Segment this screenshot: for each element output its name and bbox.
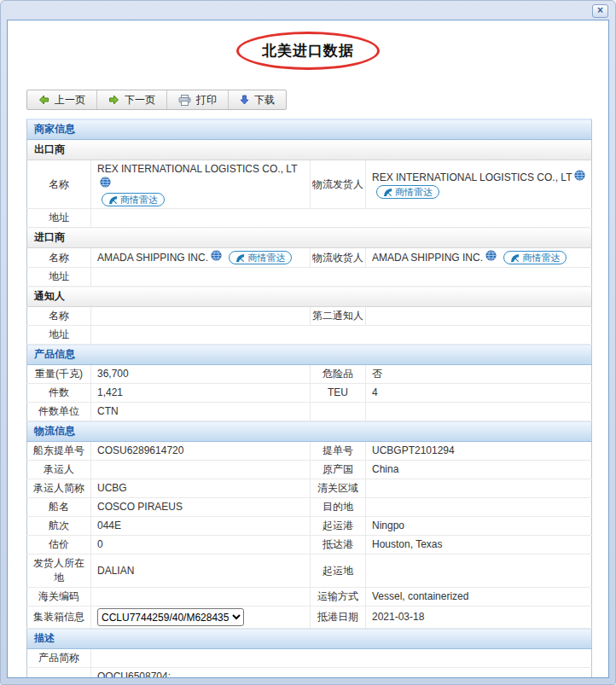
field-label: 危险品 — [311, 365, 366, 384]
field-label: 航次 — [27, 517, 91, 536]
exporter-name-cell: REX INTERNATIONAL LOGISTICS CO., LT 商情雷达 — [91, 160, 311, 209]
vessel-name-value: COSCO PIRAEUS — [91, 498, 311, 517]
table-row: 重量(千克) 36,700 危险品 否 — [27, 365, 592, 384]
field-label: 地址 — [27, 268, 91, 287]
field-label: 集装箱信息 — [27, 607, 91, 629]
field-label: 承运人 — [27, 461, 91, 479]
section-header-description: 描述 — [27, 629, 592, 649]
product-description-value: OOCU6508704: 001:KITCHEN WAREIMPORT WHIT… — [91, 668, 592, 678]
field-label: 清关区域 — [311, 479, 366, 498]
prev-arrow-icon — [38, 95, 49, 105]
importer-name: AMADA SHIPPING INC. — [97, 252, 208, 264]
subsection-notify: 通知人 — [27, 287, 592, 307]
field-label: 重量(千克) — [27, 365, 91, 384]
field-label: 物流收货人 — [311, 248, 366, 268]
table-row: 地址 — [27, 326, 592, 345]
table-row: 件数单位 CTN — [27, 403, 592, 421]
globe-icon[interactable] — [100, 178, 111, 190]
prev-page-label: 上一页 — [55, 93, 85, 107]
table-row: 地址 — [27, 209, 592, 228]
globe-icon[interactable] — [211, 252, 222, 264]
container-select[interactable]: CCLU7744259/40/M628435 — [97, 608, 244, 626]
section-header-logistics: 物流信息 — [27, 421, 592, 442]
radar-badge-label: 商情雷达 — [395, 185, 433, 200]
table-row: 船东提单号 COSU6289614720 提单号 UCBGPT2101294 — [27, 442, 592, 461]
table-row: 产品简称 — [27, 649, 592, 668]
importer-name-cell: AMADA SHIPPING INC. 商情雷达 — [91, 248, 311, 268]
table-row: 航次 044E 起运港 Ningpo — [27, 517, 592, 536]
table-row: 集装箱信息 CCLU7744259/40/M628435 抵港日期 2021-0… — [27, 607, 592, 629]
download-button[interactable]: 下载 — [229, 90, 286, 109]
field-label: 运输方式 — [311, 588, 366, 607]
field-label: 目的地 — [311, 498, 366, 517]
table-row: 名称 REX INTERNATIONAL LOGISTICS CO., LT 商… — [27, 160, 592, 209]
product-short-name-value — [91, 649, 592, 668]
next-page-button[interactable]: 下一页 — [97, 90, 167, 109]
arrival-port-value: Houston, Texas — [366, 536, 592, 554]
next-page-label: 下一页 — [125, 93, 155, 107]
field-label: 起运港 — [311, 517, 366, 536]
radar-badge-button[interactable]: 商情雷达 — [376, 185, 439, 199]
section-header-merchant: 商家信息 — [27, 119, 592, 140]
consignee-name: AMADA SHIPPING INC. — [372, 252, 483, 264]
second-notify-name — [366, 307, 592, 326]
field-label: 产品简称 — [27, 649, 91, 668]
shipper-name: REX INTERNATIONAL LOGISTICS CO., LT — [372, 171, 572, 183]
radar-badge-label: 商情雷达 — [522, 251, 560, 265]
origin-place-value — [366, 554, 592, 588]
field-label: 名称 — [27, 307, 91, 326]
field-label: 名称 — [27, 160, 91, 209]
field-label: 件数单位 — [27, 403, 91, 421]
download-arrow-icon — [240, 95, 249, 105]
field-label: TEU — [311, 384, 366, 403]
field-label: 原产国 — [311, 461, 366, 479]
radar-badge-button[interactable]: 商情雷达 — [229, 251, 292, 264]
radar-badge-button[interactable]: 商情雷达 — [102, 193, 165, 206]
transport-mode-value: Vessel, containerized — [366, 588, 592, 607]
table-row: 承运人简称 UCBG 清关区域 — [27, 479, 592, 498]
weight-value: 36,700 — [91, 365, 311, 384]
globe-icon[interactable] — [485, 252, 497, 264]
exporter-address — [91, 209, 592, 228]
arrival-date-value: 2021-03-18 — [366, 607, 592, 629]
close-button[interactable]: × — [592, 4, 608, 18]
dialog-window: × 北美进口数据 上一页 下一页 — [0, 0, 616, 685]
field-label: 发货人所在地 — [27, 554, 91, 588]
field-label: 产品描述 — [27, 668, 91, 678]
carrier-abbr-value: UCBG — [91, 479, 311, 498]
radar-badge-button[interactable]: 商情雷达 — [503, 251, 567, 264]
prev-page-button[interactable]: 上一页 — [27, 90, 97, 109]
field-label: 海关编码 — [27, 588, 91, 607]
field-label: 抵达港 — [311, 536, 366, 554]
detail-table: 商家信息 出口商 名称 REX INTERNATIONAL LOGISTICS … — [26, 119, 592, 678]
voyage-value: 044E — [91, 517, 311, 536]
print-button[interactable]: 打印 — [167, 90, 229, 109]
carrier-value — [91, 461, 311, 479]
radar-icon — [235, 253, 245, 263]
field-label: 地址 — [27, 326, 91, 345]
unit-value: CTN — [91, 403, 311, 421]
red-ellipse-annotation: 北美进口数据 — [236, 32, 380, 70]
notify-address — [91, 326, 592, 345]
radar-badge-label: 商情雷达 — [247, 251, 285, 265]
globe-icon[interactable] — [574, 171, 585, 183]
field-label: 名称 — [27, 248, 91, 268]
dangerous-value: 否 — [366, 365, 592, 384]
table-row: 名称 第二通知人 — [27, 307, 592, 326]
dialog-content: 北美进口数据 上一页 下一页 — [7, 20, 609, 678]
radar-icon — [108, 195, 118, 205]
table-row: 发货人所在地 DALIAN 起运地 — [27, 554, 592, 588]
shipper-location-value: DALIAN — [91, 554, 311, 588]
bl-value: UCBGPT2101294 — [366, 442, 592, 461]
subsection-importer: 进口商 — [27, 228, 592, 248]
field-label: 起运地 — [311, 554, 366, 588]
table-row: 船名 COSCO PIRAEUS 目的地 — [27, 498, 592, 517]
field-label: 件数 — [27, 384, 91, 403]
pieces-value: 1,421 — [91, 384, 311, 403]
radar-icon — [383, 188, 392, 197]
field-label: 抵港日期 — [311, 607, 366, 629]
field-label: 物流发货人 — [311, 160, 366, 209]
radar-badge-label: 商情雷达 — [120, 193, 158, 207]
page-title: 北美进口数据 — [262, 43, 354, 59]
container-info-cell: CCLU7744259/40/M628435 — [91, 607, 311, 629]
